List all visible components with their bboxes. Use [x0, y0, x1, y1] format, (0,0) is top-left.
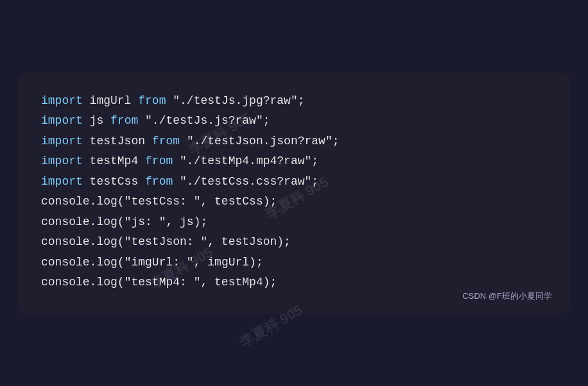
- footer-label: CSDN @F班的小夏同学: [462, 290, 552, 302]
- code-container: 李夏科 905 李夏科 905 李夏科 905 李夏科 905 import i…: [18, 73, 570, 314]
- code-block: import imgUrl from "./testJs.jpg?raw"; i…: [41, 91, 547, 293]
- watermark-4: 李夏科 905: [236, 300, 306, 351]
